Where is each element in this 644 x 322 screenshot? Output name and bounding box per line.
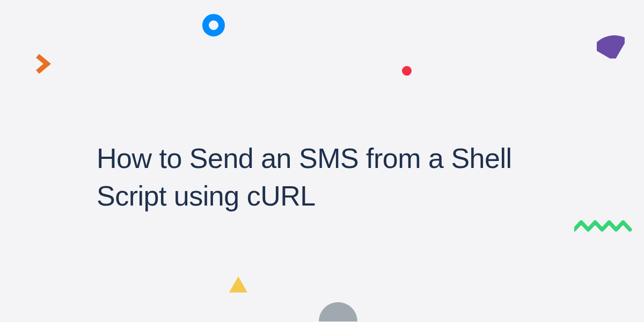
orange-chevron-icon (34, 53, 53, 75)
gray-half-icon (319, 302, 357, 322)
svg-point-0 (206, 17, 222, 33)
hero-banner: How to Send an SMS from a Shell Script u… (0, 0, 644, 322)
yellow-triangle-icon (229, 276, 247, 292)
green-zigzag-icon (574, 220, 633, 233)
svg-marker-2 (229, 276, 247, 292)
red-dot-icon (401, 65, 412, 76)
purple-quarter-icon (597, 31, 625, 58)
blue-ring-icon (202, 13, 225, 37)
svg-point-1 (402, 66, 412, 76)
page-title: How to Send an SMS from a Shell Script u… (97, 140, 580, 215)
